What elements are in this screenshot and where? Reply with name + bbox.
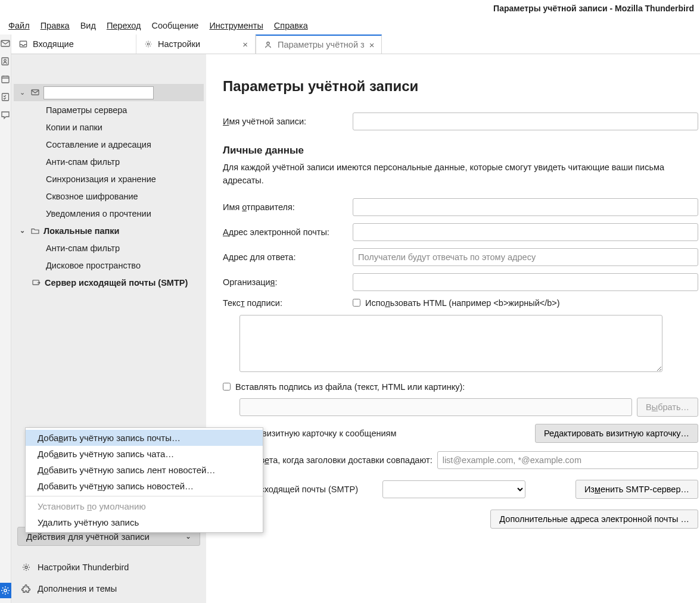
signature-text-label: Текст подписи:: [223, 298, 348, 308]
signature-textarea[interactable]: [239, 315, 662, 372]
edit-vcard-button[interactable]: Редактировать визитную карточку…: [535, 424, 698, 443]
chevron-down-icon[interactable]: ⌄: [20, 227, 27, 235]
menu-go[interactable]: Переход: [101, 18, 147, 33]
close-icon[interactable]: ×: [369, 40, 375, 50]
outgoing-icon: [32, 279, 41, 286]
menu-set-default: Установить по умолчанию: [26, 498, 263, 514]
account-name-inline-input[interactable]: [43, 86, 154, 99]
menu-add-chat-account[interactable]: Добавить учётную запись чата…: [26, 446, 263, 462]
window-titlebar: Параметры учётной записи - Mozilla Thund…: [0, 0, 700, 17]
svg-rect-0: [1, 40, 10, 46]
organization-label: Организация:: [223, 277, 348, 287]
mail-account-icon: [30, 89, 40, 96]
menu-separator: [26, 496, 263, 496]
tree-item-local-junk[interactable]: Анти-спам фильтр: [14, 239, 204, 257]
tasks-icon[interactable]: [0, 92, 11, 102]
chevron-down-icon: ⌄: [185, 532, 191, 540]
calendar-icon[interactable]: [0, 74, 11, 85]
svg-point-5: [4, 589, 7, 592]
inbox-icon: [18, 39, 28, 49]
section-personal-heading: Личные данные: [223, 145, 698, 157]
tree-item-disk-space[interactable]: Дисковое пространство: [14, 257, 204, 274]
account-actions-label: Действия для учётной записи: [26, 532, 150, 542]
svg-rect-3: [2, 76, 9, 83]
svg-point-8: [267, 42, 269, 45]
puzzle-icon: [21, 584, 32, 593]
mail-icon[interactable]: [0, 38, 11, 49]
tabbar: Входящие Настройки × Параметры учётной з…: [11, 35, 700, 54]
sender-name-label: Имя отправителя:: [223, 202, 348, 212]
tree-smtp-label: Сервер исходящей почты (SMTP): [45, 278, 188, 288]
organization-input[interactable]: [353, 273, 698, 291]
svg-point-7: [147, 43, 150, 45]
thunderbird-settings-label: Настройки Thunderbird: [38, 563, 129, 572]
left-rail: [0, 35, 11, 603]
menu-tools[interactable]: Инструменты: [204, 18, 268, 33]
attach-signature-file-checkbox[interactable]: [223, 383, 231, 390]
menubar: Файл Правка Вид Переход Сообщение Инстру…: [0, 17, 700, 35]
email-input[interactable]: [353, 223, 698, 241]
account-icon: [263, 40, 273, 49]
reply-to-label: Адрес для ответа:: [223, 252, 348, 262]
tab-settings[interactable]: Настройки ×: [136, 35, 256, 54]
menu-add-mail-account[interactable]: Добавить учётную запись почты…: [26, 430, 263, 446]
reply-match-input[interactable]: [437, 451, 698, 469]
account-actions-menu: Добавить учётную запись почты… Добавить …: [25, 427, 263, 533]
menu-help[interactable]: Справка: [269, 18, 313, 33]
use-html-label: Использовать HTML (например <b>жирный</b…: [365, 298, 560, 308]
signature-file-input[interactable]: [239, 398, 632, 416]
attach-signature-file-label: Вставлять подпись из файла (текст, HTML …: [235, 382, 465, 392]
tree-account-root[interactable]: ⌄: [14, 84, 204, 101]
svg-rect-9: [32, 89, 39, 95]
reply-to-input[interactable]: [353, 248, 698, 266]
svg-point-2: [4, 60, 7, 62]
menu-message[interactable]: Сообщение: [146, 18, 204, 33]
tree-item-sync[interactable]: Синхронизация и хранение: [14, 170, 204, 188]
menu-file[interactable]: Файл: [3, 18, 35, 33]
tab-inbox-label: Входящие: [33, 39, 74, 49]
use-html-checkbox[interactable]: [353, 299, 360, 307]
svg-rect-6: [20, 41, 26, 47]
gear-icon: [144, 39, 153, 49]
account-settings-form: Параметры учётной записи Имя учётной зап…: [206, 54, 700, 603]
addons-label: Дополнения и темы: [38, 584, 117, 593]
window-title: Параметры учётной записи - Mozilla Thund…: [493, 4, 694, 13]
tree-item-e2e[interactable]: Сквозное шифрование: [14, 188, 204, 205]
tab-settings-label: Настройки: [158, 39, 200, 49]
tree-smtp[interactable]: Сервер исходящей почты (SMTP): [14, 274, 204, 291]
tab-inbox[interactable]: Входящие: [11, 35, 136, 54]
tree-item-server-settings[interactable]: Параметры сервера: [14, 101, 204, 118]
folder-icon: [30, 227, 40, 235]
email-label: Адрес электронной почты:: [223, 227, 348, 237]
menu-delete-account[interactable]: Удалить учётную запись: [26, 514, 263, 530]
menu-view[interactable]: Вид: [75, 18, 101, 33]
menu-add-news-account[interactable]: Добавить учётную запись новостей…: [26, 478, 263, 494]
thunderbird-settings-link[interactable]: Настройки Thunderbird: [17, 558, 200, 577]
chevron-down-icon[interactable]: ⌄: [20, 89, 27, 96]
account-name-input[interactable]: [353, 113, 698, 130]
tree-item-receipts[interactable]: Уведомления о прочтении: [14, 205, 204, 222]
svg-rect-4: [2, 93, 9, 101]
menu-edit[interactable]: Правка: [35, 18, 75, 33]
edit-smtp-button[interactable]: Изменить SMTP-сервер…: [575, 480, 698, 499]
smtp-server-select[interactable]: [382, 480, 525, 498]
section-personal-desc: Для каждой учётной записи имеются персон…: [223, 161, 698, 188]
addons-link[interactable]: Дополнения и темы: [17, 579, 200, 598]
tree-local-label: Локальные папки: [43, 226, 119, 236]
tree-item-composition[interactable]: Составление и адресация: [14, 136, 204, 153]
menu-add-feed-account[interactable]: Добавить учётную запись лент новостей…: [26, 462, 263, 478]
sender-name-input[interactable]: [353, 198, 698, 216]
tree-item-copies-folders[interactable]: Копии и папки: [14, 118, 204, 136]
account-name-label: Имя учётной записи:: [223, 117, 348, 126]
chat-icon[interactable]: [0, 110, 11, 120]
tree-item-junk[interactable]: Анти-спам фильтр: [14, 153, 204, 170]
close-icon[interactable]: ×: [242, 39, 248, 49]
tree-local-folders[interactable]: ⌄ Локальные папки: [14, 222, 204, 239]
addressbook-icon[interactable]: [0, 56, 11, 67]
svg-point-11: [25, 566, 27, 568]
tab-account-label: Параметры учётной з: [278, 40, 365, 49]
additional-emails-button[interactable]: Дополнительные адреса электронной почты …: [490, 510, 698, 529]
page-title: Параметры учётной записи: [223, 78, 698, 95]
tab-account-settings[interactable]: Параметры учётной з ×: [256, 35, 382, 54]
gear-icon: [21, 563, 32, 572]
